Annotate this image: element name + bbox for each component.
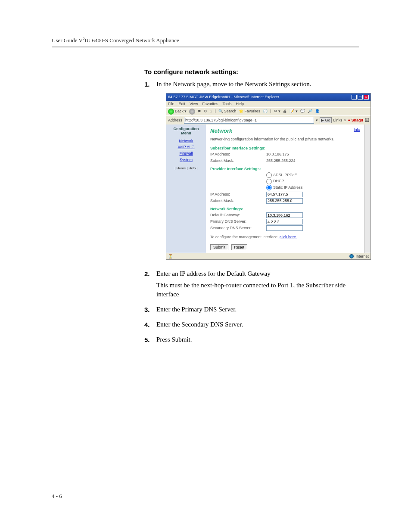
step-number: 3. [144,305,156,317]
research-icon[interactable]: 🔎 [308,109,312,114]
step-number: 5. [144,335,156,347]
step-text: Press Submit. [156,335,359,344]
favorites-button[interactable]: ⭐ Favorites [239,109,260,114]
radio-adsl[interactable]: ADSL-PPPoE [266,172,302,178]
default-gateway-input[interactable] [266,212,303,218]
home-icon[interactable]: ⌂ [210,109,212,114]
menu-help[interactable]: Help [236,101,244,107]
links-label: Links [333,118,342,123]
forward-button[interactable] [189,109,195,115]
info-link[interactable]: Info [354,127,360,133]
menu-favorites[interactable]: Favorites [202,101,218,107]
click-here-link[interactable]: click here. [280,235,297,239]
sidebar-title-2: Menu [181,131,191,135]
print-icon[interactable]: 🖨 [283,109,287,114]
refresh-icon[interactable]: ↻ [204,109,207,114]
browser-statusbar: ⏳ Internet [166,253,371,260]
page-description: Networking configuration information for… [210,137,360,142]
maximize-icon[interactable]: □ [358,95,363,100]
secondary-dns-input[interactable] [266,225,303,231]
window-title: 64.57.177.5 MGT JMW Edgefront01 - Micros… [168,94,279,100]
status-zone: Internet [355,254,369,259]
section-title: To configure network settings: [144,68,359,75]
menu-view[interactable]: View [190,101,198,107]
secondary-dns-label: Secondary DNS Server: [210,225,266,231]
subnet-mask-label: Subnet Mask: [210,198,266,204]
subscriber-mask-value: 255.255.255.224 [266,158,296,164]
address-input[interactable]: http://10.3.186.175/cgi-bin/config?page=… [184,117,314,124]
default-gateway-label: Default Gateway: [210,212,266,218]
step-number: 2. [144,269,156,302]
close-icon[interactable]: × [364,95,369,100]
menu-tools[interactable]: Tools [222,101,231,107]
subnet-mask-label: Subnet Mask: [210,158,266,164]
minimize-icon[interactable]: _ [352,95,357,100]
page-number: 4 - 6 [52,493,62,500]
browser-menubar: File Edit View Favorites Tools Help [166,101,371,107]
radio-static[interactable]: Static IP Address [266,185,302,190]
step-note: This must be the next-hop-router connect… [156,281,359,299]
primary-dns-input[interactable] [266,219,303,224]
status-left: ⏳ [168,254,173,259]
sidebar-title-1: Configuration [174,127,199,131]
provider-ip-input[interactable] [266,192,303,197]
sidebar-item-system[interactable]: System [168,157,204,163]
config-main: Network Info Networking configuration in… [206,124,364,253]
sidebar-home-help[interactable]: | Home | Help | [168,166,204,171]
running-header: User Guide V2IU 6400-S Converged Network… [52,37,359,47]
submit-button[interactable]: Submit [210,244,228,250]
menu-file[interactable]: File [168,101,174,107]
step-number: 1. [144,80,156,266]
window-titlebar: 64.57.177.5 MGT JMW Edgefront01 - Micros… [166,93,371,101]
history-icon[interactable]: 🕘 [263,109,268,114]
discuss-icon[interactable]: 💬 [300,109,305,114]
edit-icon[interactable]: 📝 ▾ [290,109,298,114]
ip-address-label: IP Address: [210,152,266,157]
step-text: In the Network page, move to the Network… [156,80,371,89]
menu-edit[interactable]: Edit [179,101,186,107]
back-button[interactable]: Back ▾ [168,109,187,115]
scrollbar[interactable] [364,124,371,253]
radio-dhcp[interactable]: DHCP [266,178,302,184]
browser-toolbar: Back ▾ ✖ ↻ ⌂ | 🔍 Search ⭐ Favorites 🕘 | … [166,107,371,115]
sidebar-item-network[interactable]: Network [168,138,204,144]
step-text: Enter the Secondary DNS Server. [156,320,359,329]
browser-screenshot: 64.57.177.5 MGT JMW Edgefront01 - Micros… [166,93,371,260]
stop-icon[interactable]: ✖ [198,109,201,114]
sidebar-item-voip-alg[interactable]: VoIP ALG [168,144,204,150]
page-heading: Network [210,128,232,134]
provider-heading: Provider Interface Settings: [210,166,360,172]
step-text: Enter the Primary DNS Server. [156,305,359,314]
step-text: Enter an IP address for the Default Gate… [156,269,359,278]
step-number: 4. [144,320,156,332]
snagit-button[interactable]: ● SnagIt [348,118,363,123]
subscriber-heading: Subscriber Interface Settings: [210,146,360,151]
address-label: Address [168,118,182,123]
ip-address-label: IP Address: [210,192,266,197]
sidebar-item-firewall[interactable]: Firewall [168,151,204,156]
mail-icon[interactable]: ✉ ▾ [274,109,281,114]
go-button[interactable]: ▶ Go [320,117,332,124]
address-dropdown-icon[interactable]: ▾ [316,118,318,123]
network-settings-heading: Network Settings: [210,206,360,212]
management-interface-text: To configure the management interface, c… [210,234,360,240]
search-button[interactable]: 🔍 Search [218,109,237,114]
address-bar-row: Address http://10.3.186.175/cgi-bin/conf… [166,115,371,125]
provider-mask-input[interactable] [266,198,303,204]
reset-button[interactable]: Reset [231,244,248,250]
globe-icon [349,254,354,258]
config-sidebar: Configuration Menu Network VoIP ALG Fire… [166,124,206,253]
subscriber-ip-value: 10.3.186.175 [266,152,289,157]
snagit-dropdown-icon[interactable]: 🖼 [365,118,369,123]
messenger-icon[interactable]: 👤 [315,109,320,114]
primary-dns-label: Primary DNS Server: [210,219,266,224]
